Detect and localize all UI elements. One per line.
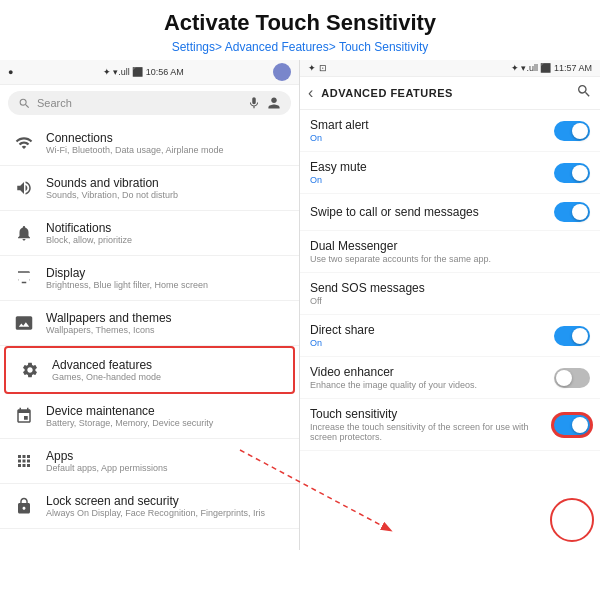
left-panel: ● ✦ ▾.ull ⬛ 10:56 AM Search Connections [0, 60, 300, 550]
setting-dual-messenger[interactable]: Dual Messenger Use two separate accounts… [300, 231, 600, 273]
display-text: Display Brightness, Blue light filter, H… [46, 266, 208, 290]
page-header: Activate Touch Sensitivity Settings> Adv… [0, 0, 600, 60]
setting-swipe-to-call: Swipe to call or send messages [300, 194, 600, 231]
wallpapers-icon [10, 309, 38, 337]
easy-mute-toggle[interactable] [554, 163, 590, 183]
menu-advanced[interactable]: Advanced features Games, One-handed mode [4, 346, 295, 394]
page-title: Activate Touch Sensitivity [10, 10, 590, 36]
back-button[interactable]: ‹ [308, 84, 313, 102]
smart-alert-toggle[interactable] [554, 121, 590, 141]
menu-display[interactable]: Display Brightness, Blue light filter, H… [0, 256, 299, 301]
menu-wallpapers[interactable]: Wallpapers and themes Wallpapers, Themes… [0, 301, 299, 346]
notifications-text: Notifications Block, allow, prioritize [46, 221, 132, 245]
connections-text: Connections Wi-Fi, Bluetooth, Data usage… [46, 131, 224, 155]
status-avatar [273, 63, 291, 81]
right-search-button[interactable] [576, 83, 592, 103]
apps-text: Apps Default apps, App permissions [46, 449, 168, 473]
menu-connections[interactable]: Connections Wi-Fi, Bluetooth, Data usage… [0, 121, 299, 166]
menu-apps[interactable]: Apps Default apps, App permissions [0, 439, 299, 484]
advanced-text: Advanced features Games, One-handed mode [52, 358, 161, 382]
setting-touch-sensitivity: Touch sensitivity Increase the touch sen… [300, 399, 600, 451]
menu-notifications[interactable]: Notifications Block, allow, prioritize [0, 211, 299, 256]
search-icon [18, 97, 31, 110]
status-icons-right: ✦ ⊡ [308, 63, 327, 73]
direct-share-toggle[interactable] [554, 326, 590, 346]
search-bar[interactable]: Search [8, 91, 291, 115]
swipe-to-call-toggle[interactable] [554, 202, 590, 222]
wallpapers-text: Wallpapers and themes Wallpapers, Themes… [46, 311, 172, 335]
status-icon-left: ● [8, 67, 13, 77]
advanced-icon [16, 356, 44, 384]
touch-sensitivity-toggle[interactable] [554, 415, 590, 435]
setting-smart-alert: Smart alert On [300, 110, 600, 152]
lock-text: Lock screen and security Always On Displ… [46, 494, 265, 518]
right-topbar: ‹ ADVANCED FEATURES [300, 77, 600, 110]
menu-lock[interactable]: Lock screen and security Always On Displ… [0, 484, 299, 529]
setting-send-sos[interactable]: Send SOS messages Off [300, 273, 600, 315]
sounds-icon [10, 174, 38, 202]
menu-sounds[interactable]: Sounds and vibration Sounds, Vibration, … [0, 166, 299, 211]
status-time-right: ✦ ▾.ull ⬛ 11:57 AM [511, 63, 592, 73]
setting-video-enhancer: Video enhancer Enhance the image quality… [300, 357, 600, 399]
status-bar-right: ✦ ⊡ ✦ ▾.ull ⬛ 11:57 AM [300, 60, 600, 77]
notifications-icon [10, 219, 38, 247]
setting-direct-share: Direct share On [300, 315, 600, 357]
search-icons [247, 96, 281, 110]
mic-icon[interactable] [247, 96, 261, 110]
apps-icon [10, 447, 38, 475]
connections-icon [10, 129, 38, 157]
search-placeholder: Search [37, 97, 247, 109]
menu-maintenance[interactable]: Device maintenance Battery, Storage, Mem… [0, 394, 299, 439]
lock-icon [10, 492, 38, 520]
maintenance-icon [10, 402, 38, 430]
status-time-left: ✦ ▾.ull ⬛ 10:56 AM [103, 67, 184, 77]
person-icon[interactable] [267, 96, 281, 110]
setting-easy-mute: Easy mute On [300, 152, 600, 194]
sounds-text: Sounds and vibration Sounds, Vibration, … [46, 176, 178, 200]
breadcrumb: Settings> Advanced Features> Touch Sensi… [10, 40, 590, 54]
panels-container: ● ✦ ▾.ull ⬛ 10:56 AM Search Connections [0, 60, 600, 550]
video-enhancer-toggle[interactable] [554, 368, 590, 388]
display-icon [10, 264, 38, 292]
right-panel: ✦ ⊡ ✦ ▾.ull ⬛ 11:57 AM ‹ ADVANCED FEATUR… [300, 60, 600, 550]
maintenance-text: Device maintenance Battery, Storage, Mem… [46, 404, 213, 428]
status-bar-left: ● ✦ ▾.ull ⬛ 10:56 AM [0, 60, 299, 85]
advanced-features-title: ADVANCED FEATURES [321, 87, 576, 99]
